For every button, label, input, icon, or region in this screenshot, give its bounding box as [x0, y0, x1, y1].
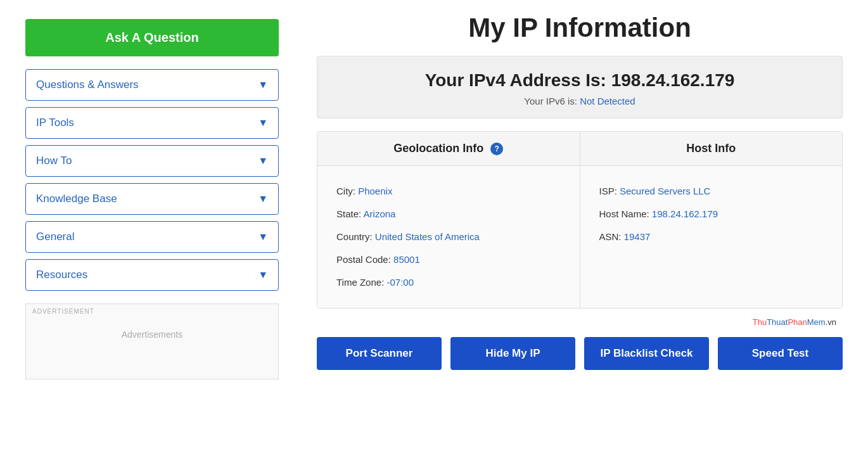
- chevron-down-icon: ▼: [258, 269, 268, 281]
- advertisement-area: ADVERTISEMENT Advertisements: [25, 303, 279, 379]
- geo-field: City: Phoenix: [336, 180, 561, 203]
- host-col: ISP: Secured Servers LLCHost Name: 198.2…: [580, 166, 843, 308]
- nav-item-label: Questions & Answers: [36, 79, 139, 91]
- sidebar-item-general[interactable]: General▼: [25, 221, 279, 253]
- chevron-down-icon: ▼: [258, 231, 268, 243]
- field-label: Country:: [336, 231, 375, 242]
- field-value: Phoenix: [358, 186, 392, 196]
- nav-item-label: General: [36, 231, 74, 243]
- chevron-down-icon: ▼: [258, 155, 268, 167]
- ipv6-prefix: Your IPv6 is:: [524, 96, 580, 106]
- chevron-down-icon: ▼: [258, 193, 268, 205]
- bottom-buttons: Port ScannerHide My IPIP Blacklist Check…: [317, 337, 843, 370]
- ip-banner: Your IPv4 Address Is: 198.24.162.179 You…: [317, 56, 843, 118]
- sidebar-item-ip-tools[interactable]: IP Tools▼: [25, 107, 279, 139]
- ipv6-value: Not Detected: [580, 96, 635, 106]
- nav-item-label: Resources: [36, 269, 87, 281]
- sidebar-item-resources[interactable]: Resources▼: [25, 259, 279, 291]
- sidebar-item-questions-answers[interactable]: Questions & Answers▼: [25, 69, 279, 101]
- field-value: 85001: [393, 254, 420, 265]
- watermark: ThuThuatPhanMem.vn: [317, 317, 843, 327]
- nav-item-label: IP Tools: [36, 117, 74, 129]
- field-label: Postal Code:: [336, 254, 393, 265]
- field-value: Secured Servers LLC: [620, 186, 710, 196]
- host-field: ASN: 19437: [599, 226, 824, 248]
- geo-field: Postal Code: 85001: [336, 248, 561, 271]
- sidebar-item-knowledge-base[interactable]: Knowledge Base▼: [25, 183, 279, 215]
- ipv6-line: Your IPv6 is: Not Detected: [330, 96, 829, 106]
- field-value: -07:00: [386, 277, 414, 288]
- info-table-body: City: PhoenixState: ArizonaCountry: Unit…: [317, 166, 842, 308]
- chevron-down-icon: ▼: [258, 117, 268, 129]
- field-label: ISP:: [599, 186, 620, 196]
- hide-my-ip-button[interactable]: Hide My IP: [450, 337, 575, 370]
- field-value: 19437: [624, 231, 651, 242]
- geo-field: Country: United States of America: [336, 226, 561, 248]
- sidebar: Ask A Question Questions & Answers▼IP To…: [0, 0, 304, 465]
- field-label: ASN:: [599, 231, 624, 242]
- field-value: Arizona: [364, 208, 396, 219]
- host-field: ISP: Secured Servers LLC: [599, 180, 824, 203]
- info-table-header: Geolocation Info ? Host Info: [317, 132, 842, 166]
- page-title: My IP Information: [317, 13, 843, 43]
- ask-question-button[interactable]: Ask A Question: [25, 19, 279, 56]
- main-content: My IP Information Your IPv4 Address Is: …: [304, 0, 868, 465]
- speed-test-button[interactable]: Speed Test: [718, 337, 843, 370]
- host-field: Host Name: 198.24.162.179: [599, 203, 824, 226]
- sidebar-item-how-to[interactable]: How To▼: [25, 145, 279, 177]
- advertisement-label: ADVERTISEMENT: [32, 308, 94, 315]
- geo-header: Geolocation Info ?: [317, 132, 580, 165]
- field-label: City:: [336, 186, 358, 196]
- field-value: United States of America: [375, 231, 480, 242]
- geo-help-icon[interactable]: ?: [490, 143, 503, 155]
- info-table: Geolocation Info ? Host Info City: Phoen…: [317, 131, 843, 309]
- field-label: State:: [336, 208, 364, 219]
- field-value: 198.24.162.179: [652, 208, 718, 219]
- nav-item-label: How To: [36, 155, 72, 167]
- nav-item-label: Knowledge Base: [36, 193, 117, 205]
- field-label: Host Name:: [599, 208, 652, 219]
- ipv4-address: Your IPv4 Address Is: 198.24.162.179: [330, 70, 829, 91]
- geo-col: City: PhoenixState: ArizonaCountry: Unit…: [317, 166, 580, 308]
- geo-field: State: Arizona: [336, 203, 561, 226]
- advertisement-text: Advertisements: [39, 329, 265, 340]
- geo-field: Time Zone: -07:00: [336, 271, 561, 294]
- field-label: Time Zone:: [336, 277, 386, 288]
- chevron-down-icon: ▼: [258, 79, 268, 91]
- port-scanner-button[interactable]: Port Scanner: [317, 337, 442, 370]
- nav-list: Questions & Answers▼IP Tools▼How To▼Know…: [25, 69, 279, 291]
- host-header: Host Info: [580, 132, 843, 165]
- ip-blacklist-button[interactable]: IP Blacklist Check: [584, 337, 709, 370]
